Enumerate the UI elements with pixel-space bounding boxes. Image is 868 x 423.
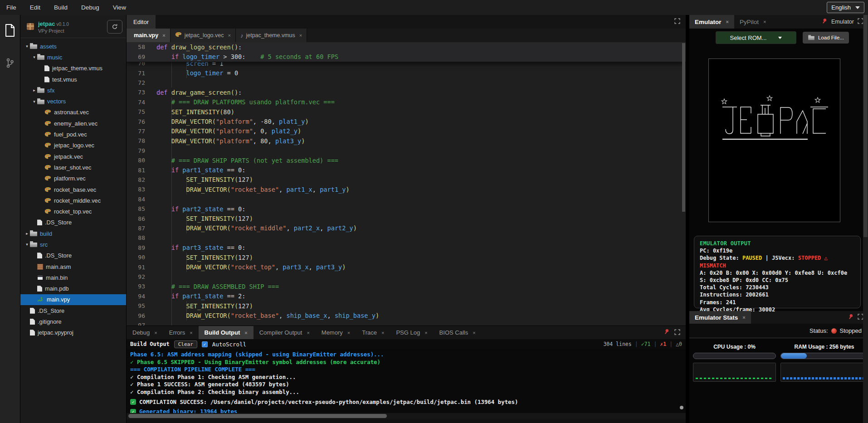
- scrollbar-thumb[interactable]: [128, 414, 387, 418]
- close-tab-icon[interactable]: ×: [244, 330, 247, 335]
- language-select[interactable]: English: [827, 2, 864, 13]
- chevron-down-icon[interactable]: ▾: [24, 242, 30, 247]
- scrollbar-thumb[interactable]: [682, 43, 685, 212]
- menu-item-edit[interactable]: Edit: [30, 4, 40, 11]
- tree-item-label: test.vmus: [52, 76, 77, 83]
- tree-item--gitignore[interactable]: .gitignore: [20, 316, 126, 327]
- tree-item-laser-shot-vec[interactable]: laser_shot.vec: [20, 162, 126, 173]
- tab-bios-calls[interactable]: BIOS Calls×: [434, 326, 482, 339]
- tree-item-main-asm[interactable]: main.asm: [20, 261, 126, 272]
- code-editor[interactable]: 70 screen = 171 logo_timer = 07273def dr…: [127, 42, 686, 326]
- panel-vertical-scrollbar[interactable]: [863, 15, 868, 423]
- menu-item-debug[interactable]: Debug: [81, 4, 99, 11]
- tree-item-astronaut-vec[interactable]: astronaut.vec: [20, 107, 126, 118]
- tab-compiler-output[interactable]: Compiler Output×: [254, 326, 316, 339]
- chevron-right-icon[interactable]: ▸: [24, 231, 30, 236]
- expand-icon[interactable]: [674, 329, 680, 337]
- tree-item-platform-vec[interactable]: platform.vec: [20, 173, 126, 184]
- emulator-stats-grid: CPU Usage : 0% RAM Usage : 256 bytes: [689, 338, 868, 382]
- tree-item-jetpack-vec[interactable]: jetpack.vec: [20, 151, 126, 162]
- close-tab-icon[interactable]: ×: [473, 330, 475, 335]
- scrollbar-thumb[interactable]: [863, 15, 868, 237]
- close-tab-icon[interactable]: ×: [228, 33, 231, 38]
- autoscroll-checkbox[interactable]: ✓: [202, 341, 208, 347]
- tab-emulator-stats[interactable]: Emulator Stats ×: [689, 311, 751, 324]
- tab-emulator[interactable]: Emulator×: [689, 15, 734, 29]
- chevron-right-icon[interactable]: ▸: [31, 88, 37, 92]
- close-tab-icon[interactable]: ×: [424, 330, 427, 335]
- pin-icon[interactable]: [847, 313, 854, 322]
- close-tab-icon[interactable]: ×: [190, 330, 192, 335]
- load-file-button[interactable]: Load File...: [803, 32, 849, 44]
- refresh-project-button[interactable]: [107, 20, 122, 34]
- tree-item-music[interactable]: ▾music: [20, 52, 126, 63]
- git-branch-icon[interactable]: [3, 56, 17, 70]
- code-text: DRAW_VECTOR("platform", -80, plat1_y): [149, 118, 309, 125]
- close-tab-icon[interactable]: ×: [742, 315, 745, 320]
- chevron-down-icon: [855, 6, 860, 9]
- tree-item-jetpac-vpyproj[interactable]: jetpac.vpyproj: [20, 327, 126, 338]
- tab-memory[interactable]: Memory×: [316, 326, 356, 339]
- menu-item-view[interactable]: View: [113, 4, 126, 11]
- tab-label: Trace: [362, 329, 377, 336]
- tab-trace[interactable]: Trace×: [356, 326, 390, 339]
- tree-item-jetpac-logo-vec[interactable]: jetpac_logo.vec: [20, 140, 126, 151]
- tree-item--ds-store[interactable]: .DS_Store: [20, 305, 126, 316]
- close-tab-icon[interactable]: ×: [381, 330, 384, 335]
- tree-item-main-bin[interactable]: main.bin: [20, 272, 126, 283]
- scroll-indicator-dot[interactable]: [680, 406, 683, 409]
- tab-jetpac-logo-vec[interactable]: jetpac_logo.vec×: [171, 29, 236, 42]
- tab-build-output[interactable]: Build Output×: [199, 326, 254, 339]
- pin-icon[interactable]: [821, 18, 828, 26]
- close-tab-icon[interactable]: ×: [162, 33, 165, 38]
- tree-item-build[interactable]: ▸build: [20, 228, 126, 239]
- pin-icon[interactable]: [663, 328, 670, 337]
- clear-button[interactable]: Clear: [174, 340, 197, 348]
- editor-panel-tab[interactable]: Editor: [127, 15, 156, 29]
- line-number: 81: [127, 167, 149, 174]
- rom-select[interactable]: Select ROM...: [716, 31, 796, 44]
- tree-item-rocket-base-vec[interactable]: rocket_base.vec: [20, 184, 126, 195]
- tree-item-vectors[interactable]: ▾vectors: [20, 96, 126, 107]
- tree-item-src[interactable]: ▾src: [20, 239, 126, 250]
- tree-item-label: rocket_top.vec: [54, 208, 92, 215]
- output-line: Phase 6.5: ASM address mapping (skipped …: [130, 351, 686, 359]
- tree-item-main-vpy[interactable]: main.vpy: [20, 294, 126, 305]
- chevron-down-icon[interactable]: ▾: [31, 55, 37, 59]
- close-tab-icon[interactable]: ×: [763, 19, 766, 24]
- tab-jetpac-theme-vmus[interactable]: ♪jetpac_theme.vmus×: [236, 29, 307, 42]
- tree-item-jetpac-theme-vmus[interactable]: jetpac_theme.vmus: [20, 63, 126, 74]
- line-number: 90: [127, 254, 149, 261]
- close-tab-icon[interactable]: ×: [347, 330, 350, 335]
- tab-errors[interactable]: Errors×: [163, 326, 199, 339]
- close-tab-icon[interactable]: ×: [726, 19, 729, 24]
- tree-item-test-vmus[interactable]: test.vmus: [20, 74, 126, 85]
- tree-item-rocket-middle-vec[interactable]: rocket_middle.vec: [20, 195, 126, 206]
- close-tab-icon[interactable]: ×: [154, 330, 157, 335]
- code-line-76: 76 DRAW_VECTOR("platform", -80, plat1_y): [127, 117, 686, 126]
- code-text: DRAW_VECTOR("rocket_top", part3_x, part3…: [149, 263, 346, 271]
- tab-pypilot[interactable]: PyPilot×: [734, 15, 771, 29]
- tab-main-vpy[interactable]: main.vpy×: [127, 29, 171, 42]
- editor-vertical-scrollbar[interactable]: [682, 42, 686, 326]
- menu-item-build[interactable]: Build: [54, 4, 68, 11]
- tab-debug[interactable]: Debug×: [127, 326, 163, 339]
- chevron-down-icon[interactable]: ▾: [31, 99, 37, 104]
- tab-psg-log[interactable]: PSG Log×: [390, 326, 433, 339]
- tree-item-main-pdb[interactable]: main.pdb: [20, 283, 126, 294]
- explorer-icon[interactable]: [3, 23, 17, 38]
- close-tab-icon[interactable]: ×: [307, 330, 309, 335]
- build-output-log[interactable]: Phase 6.5: ASM address mapping (skipped …: [127, 349, 686, 413]
- tree-item-rocket-top-vec[interactable]: rocket_top.vec: [20, 206, 126, 217]
- tree-item--ds-store[interactable]: .DS_Store: [20, 217, 126, 228]
- editor-horizontal-scrollbar[interactable]: [127, 413, 686, 419]
- tree-item--ds-store[interactable]: .DS_Store: [20, 250, 126, 261]
- close-tab-icon[interactable]: ×: [299, 33, 302, 38]
- tree-item-fuel-pod-vec[interactable]: fuel_pod.vec: [20, 129, 126, 140]
- expand-icon[interactable]: [674, 18, 680, 26]
- tree-item-sfx[interactable]: ▸sfx: [20, 85, 126, 96]
- tree-item-enemy-alien-vec[interactable]: enemy_alien.vec: [20, 118, 126, 129]
- chevron-down-icon[interactable]: ▾: [24, 44, 30, 49]
- menu-item-file[interactable]: File: [6, 4, 16, 11]
- tree-item-assets[interactable]: ▾assets: [20, 41, 126, 52]
